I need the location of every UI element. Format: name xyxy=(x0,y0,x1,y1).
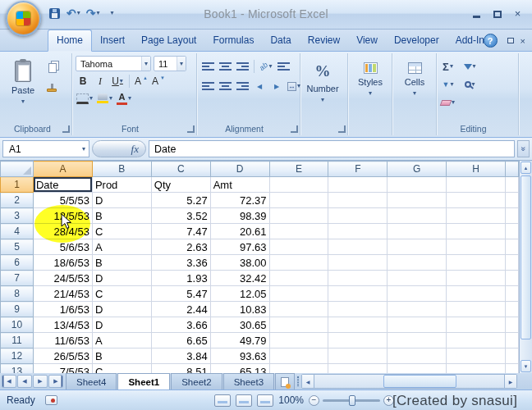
cell-D12[interactable]: 93.63 xyxy=(210,348,269,364)
increase-indent-button[interactable]: ▶ xyxy=(269,79,284,93)
cell-A5[interactable]: 5/6/53 xyxy=(33,239,92,255)
cell-F7[interactable] xyxy=(328,271,388,286)
sheet-tab-sheet3[interactable]: Sheet3 xyxy=(223,373,274,390)
column-header-C[interactable]: C xyxy=(151,162,210,177)
row-header-4[interactable]: 4 xyxy=(1,224,34,239)
select-all-corner[interactable] xyxy=(1,162,34,177)
cell-H3[interactable] xyxy=(447,208,506,224)
ribbon-tab-view[interactable]: View xyxy=(348,30,386,51)
align-center-button[interactable] xyxy=(218,79,232,93)
page-break-view-button[interactable] xyxy=(257,394,273,407)
close-button[interactable]: × xyxy=(511,7,524,18)
cell-D1[interactable]: Amt xyxy=(210,177,269,193)
cell-B3[interactable]: B xyxy=(92,208,151,224)
scroll-up-button[interactable]: ▲ xyxy=(521,162,531,174)
workbook-close-button[interactable]: × xyxy=(521,36,525,46)
paste-button[interactable]: Paste ▾ xyxy=(5,56,41,120)
cell-A10[interactable]: 13/4/53 xyxy=(33,317,92,333)
cell-H7[interactable] xyxy=(447,271,506,286)
cell-D4[interactable]: 20.61 xyxy=(210,224,269,239)
minimize-button[interactable] xyxy=(470,7,483,18)
row-header-6[interactable]: 6 xyxy=(1,255,34,271)
cell-D13[interactable]: 65.13 xyxy=(210,364,269,374)
cell-G13[interactable] xyxy=(388,364,447,374)
row-header-12[interactable]: 12 xyxy=(1,348,34,364)
font-size-select[interactable]: 11 ▾ xyxy=(154,56,186,71)
normal-view-button[interactable] xyxy=(214,394,231,407)
cell-H8[interactable] xyxy=(447,286,506,302)
cell-G4[interactable] xyxy=(388,224,447,239)
cell-G8[interactable] xyxy=(388,286,447,302)
page-layout-view-button[interactable] xyxy=(236,394,252,407)
cell-D9[interactable]: 10.83 xyxy=(210,302,269,317)
cell-C12[interactable]: 3.84 xyxy=(151,348,210,364)
cell-D6[interactable]: 38.00 xyxy=(210,255,269,271)
align-top-button[interactable] xyxy=(200,59,215,74)
sheet-tab-sheet2[interactable]: Sheet2 xyxy=(171,373,222,390)
cell-E4[interactable] xyxy=(269,224,328,239)
ribbon-tab-data[interactable]: Data xyxy=(262,30,299,51)
cell-C5[interactable]: 2.63 xyxy=(151,239,210,255)
cell-B13[interactable]: C xyxy=(92,364,151,374)
cell-E9[interactable] xyxy=(269,302,328,317)
cell-E12[interactable] xyxy=(269,348,328,364)
sheet-tab-sheet4[interactable]: Sheet4 xyxy=(66,373,117,390)
cell-G10[interactable] xyxy=(388,317,447,333)
cell-E2[interactable] xyxy=(269,193,328,208)
vertical-scrollbar[interactable]: ▲ ▼ xyxy=(519,161,532,373)
row-header-5[interactable]: 5 xyxy=(1,239,34,255)
cell-D2[interactable]: 72.37 xyxy=(210,193,269,208)
cell-H13[interactable] xyxy=(447,364,506,374)
row-header-11[interactable]: 11 xyxy=(1,333,34,348)
cell-E13[interactable] xyxy=(269,364,328,374)
fill-button[interactable]: ▼▾ xyxy=(440,77,456,92)
orientation-button[interactable]: ab▾ xyxy=(259,59,273,74)
cell-F12[interactable] xyxy=(328,348,388,364)
first-sheet-button[interactable]: ◀ xyxy=(2,375,16,388)
column-header-A[interactable]: A xyxy=(33,162,92,177)
cell-G7[interactable] xyxy=(388,271,447,286)
row-header-10[interactable]: 10 xyxy=(1,317,34,333)
cell-H6[interactable] xyxy=(447,255,506,271)
cell-H10[interactable] xyxy=(447,317,506,333)
sort-filter-button[interactable]: ▾ xyxy=(462,59,477,74)
cell-B12[interactable]: B xyxy=(92,348,151,364)
column-header-G[interactable]: G xyxy=(388,162,447,177)
cell-E1[interactable] xyxy=(269,177,328,193)
format-painter-button[interactable] xyxy=(44,80,59,95)
italic-button[interactable]: I xyxy=(93,74,108,89)
cell-H5[interactable] xyxy=(447,239,506,255)
cell-B9[interactable]: D xyxy=(92,302,151,317)
cell-B11[interactable]: A xyxy=(92,333,151,348)
next-sheet-button[interactable]: ▶ xyxy=(33,375,48,388)
number-format-button[interactable]: % Number ▾ xyxy=(304,56,342,123)
zoom-track[interactable] xyxy=(323,399,380,402)
cells-button[interactable]: Cells ▾ xyxy=(396,56,433,123)
cell-F10[interactable] xyxy=(328,317,388,333)
cell-C6[interactable]: 3.36 xyxy=(151,255,210,271)
save-button[interactable] xyxy=(46,5,62,21)
cell-E11[interactable] xyxy=(269,333,328,348)
zoom-thumb[interactable] xyxy=(349,395,355,406)
vertical-scroll-thumb[interactable] xyxy=(521,175,531,339)
cell-G5[interactable] xyxy=(388,239,447,255)
zoom-out-button[interactable]: − xyxy=(309,395,319,406)
ribbon-tab-review[interactable]: Review xyxy=(300,30,348,51)
cell-C9[interactable]: 2.44 xyxy=(151,302,210,317)
cell-G12[interactable] xyxy=(388,348,447,364)
qat-customize-button[interactable]: ▾ xyxy=(104,5,121,21)
row-header-3[interactable]: 3 xyxy=(1,208,34,224)
cell-F5[interactable] xyxy=(328,239,388,255)
cell-G3[interactable] xyxy=(388,208,447,224)
cell-F3[interactable] xyxy=(328,208,388,224)
row-header-7[interactable]: 7 xyxy=(1,271,34,286)
insert-worksheet-button[interactable] xyxy=(275,373,295,390)
cell-E7[interactable] xyxy=(269,271,328,286)
redo-button[interactable]: ↷▾ xyxy=(85,5,102,21)
cell-C3[interactable]: 3.52 xyxy=(151,208,210,224)
cell-C4[interactable]: 7.47 xyxy=(151,224,210,239)
cell-H1[interactable] xyxy=(447,177,506,193)
cell-C2[interactable]: 5.27 xyxy=(151,193,210,208)
grow-font-button[interactable]: A▲ xyxy=(134,74,149,89)
cell-B4[interactable]: C xyxy=(92,224,151,239)
